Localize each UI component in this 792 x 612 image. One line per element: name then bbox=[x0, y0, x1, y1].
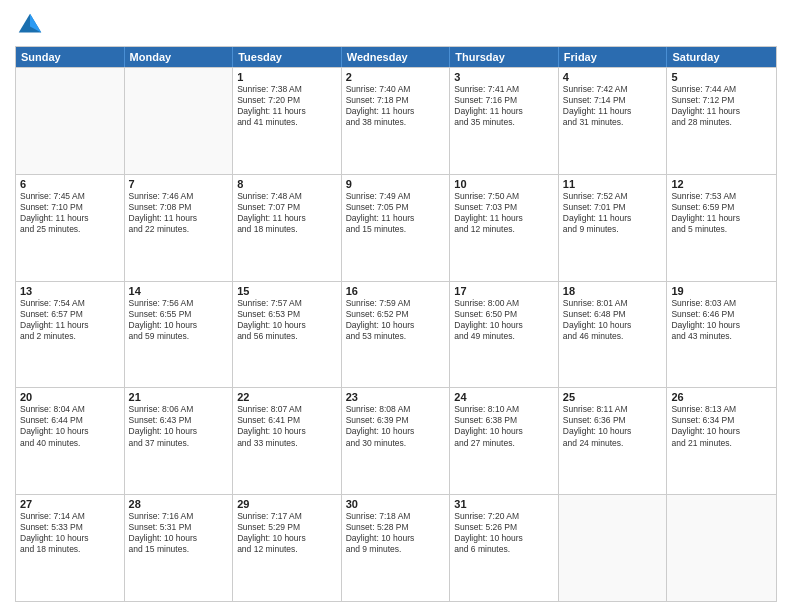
cell-line: Sunrise: 8:00 AM bbox=[454, 298, 554, 309]
cell-line: Sunset: 6:55 PM bbox=[129, 309, 229, 320]
day-number: 18 bbox=[563, 285, 663, 297]
day-number: 26 bbox=[671, 391, 772, 403]
day-number: 19 bbox=[671, 285, 772, 297]
cell-line: Daylight: 11 hours bbox=[346, 213, 446, 224]
cal-cell: 8Sunrise: 7:48 AMSunset: 7:07 PMDaylight… bbox=[233, 175, 342, 281]
cell-line: Sunrise: 8:08 AM bbox=[346, 404, 446, 415]
cal-cell bbox=[559, 495, 668, 601]
cell-line: Daylight: 10 hours bbox=[346, 320, 446, 331]
day-of-week-friday: Friday bbox=[559, 47, 668, 67]
cell-line: Sunrise: 7:48 AM bbox=[237, 191, 337, 202]
day-number: 12 bbox=[671, 178, 772, 190]
day-number: 25 bbox=[563, 391, 663, 403]
cell-line: and 46 minutes. bbox=[563, 331, 663, 342]
day-number: 8 bbox=[237, 178, 337, 190]
cell-line: Sunrise: 8:01 AM bbox=[563, 298, 663, 309]
cal-cell: 22Sunrise: 8:07 AMSunset: 6:41 PMDayligh… bbox=[233, 388, 342, 494]
cell-line: Sunrise: 7:53 AM bbox=[671, 191, 772, 202]
calendar-header: SundayMondayTuesdayWednesdayThursdayFrid… bbox=[16, 47, 776, 67]
calendar: SundayMondayTuesdayWednesdayThursdayFrid… bbox=[15, 46, 777, 602]
cell-line: Sunset: 5:29 PM bbox=[237, 522, 337, 533]
cell-line: Sunset: 7:14 PM bbox=[563, 95, 663, 106]
cal-cell: 11Sunrise: 7:52 AMSunset: 7:01 PMDayligh… bbox=[559, 175, 668, 281]
cell-line: Sunrise: 7:40 AM bbox=[346, 84, 446, 95]
cell-line: and 15 minutes. bbox=[346, 224, 446, 235]
calendar-body: 1Sunrise: 7:38 AMSunset: 7:20 PMDaylight… bbox=[16, 67, 776, 601]
day-of-week-thursday: Thursday bbox=[450, 47, 559, 67]
cell-line: and 9 minutes. bbox=[563, 224, 663, 235]
cell-line: Daylight: 10 hours bbox=[20, 533, 120, 544]
cell-line: Sunset: 6:44 PM bbox=[20, 415, 120, 426]
cell-line: and 49 minutes. bbox=[454, 331, 554, 342]
cell-line: Daylight: 11 hours bbox=[20, 320, 120, 331]
cal-cell: 2Sunrise: 7:40 AMSunset: 7:18 PMDaylight… bbox=[342, 68, 451, 174]
cell-line: Sunrise: 8:06 AM bbox=[129, 404, 229, 415]
cell-line: Sunrise: 7:41 AM bbox=[454, 84, 554, 95]
cell-line: Daylight: 10 hours bbox=[346, 533, 446, 544]
cell-line: Daylight: 10 hours bbox=[129, 426, 229, 437]
cell-line: Sunrise: 7:52 AM bbox=[563, 191, 663, 202]
cell-line: Sunset: 5:31 PM bbox=[129, 522, 229, 533]
cal-cell: 28Sunrise: 7:16 AMSunset: 5:31 PMDayligh… bbox=[125, 495, 234, 601]
cell-line: Sunset: 6:53 PM bbox=[237, 309, 337, 320]
cell-line: Sunrise: 8:10 AM bbox=[454, 404, 554, 415]
cell-line: and 2 minutes. bbox=[20, 331, 120, 342]
cal-cell: 14Sunrise: 7:56 AMSunset: 6:55 PMDayligh… bbox=[125, 282, 234, 388]
cal-cell: 27Sunrise: 7:14 AMSunset: 5:33 PMDayligh… bbox=[16, 495, 125, 601]
cell-line: Sunrise: 7:50 AM bbox=[454, 191, 554, 202]
cell-line: Daylight: 10 hours bbox=[346, 426, 446, 437]
cell-line: Daylight: 11 hours bbox=[563, 213, 663, 224]
cell-line: and 41 minutes. bbox=[237, 117, 337, 128]
day-number: 20 bbox=[20, 391, 120, 403]
cell-line: Sunset: 6:46 PM bbox=[671, 309, 772, 320]
cell-line: Sunrise: 7:57 AM bbox=[237, 298, 337, 309]
day-of-week-saturday: Saturday bbox=[667, 47, 776, 67]
cell-line: Daylight: 10 hours bbox=[454, 533, 554, 544]
cal-cell: 20Sunrise: 8:04 AMSunset: 6:44 PMDayligh… bbox=[16, 388, 125, 494]
cell-line: Daylight: 10 hours bbox=[563, 426, 663, 437]
cell-line: Daylight: 10 hours bbox=[129, 533, 229, 544]
cell-line: Daylight: 10 hours bbox=[454, 320, 554, 331]
cell-line: and 43 minutes. bbox=[671, 331, 772, 342]
cell-line: Daylight: 11 hours bbox=[20, 213, 120, 224]
cell-line: and 40 minutes. bbox=[20, 438, 120, 449]
cell-line: and 24 minutes. bbox=[563, 438, 663, 449]
cal-cell: 29Sunrise: 7:17 AMSunset: 5:29 PMDayligh… bbox=[233, 495, 342, 601]
cal-cell bbox=[667, 495, 776, 601]
cell-line: Sunset: 7:03 PM bbox=[454, 202, 554, 213]
cell-line: Daylight: 11 hours bbox=[129, 213, 229, 224]
day-number: 30 bbox=[346, 498, 446, 510]
cell-line: Daylight: 11 hours bbox=[454, 213, 554, 224]
cell-line: Sunrise: 7:18 AM bbox=[346, 511, 446, 522]
cell-line: Sunset: 7:18 PM bbox=[346, 95, 446, 106]
cal-cell: 24Sunrise: 8:10 AMSunset: 6:38 PMDayligh… bbox=[450, 388, 559, 494]
cell-line: Daylight: 10 hours bbox=[129, 320, 229, 331]
cell-line: and 12 minutes. bbox=[237, 544, 337, 555]
cell-line: Sunrise: 7:49 AM bbox=[346, 191, 446, 202]
cell-line: Daylight: 10 hours bbox=[237, 320, 337, 331]
cell-line: Sunset: 5:28 PM bbox=[346, 522, 446, 533]
cell-line: Sunset: 6:57 PM bbox=[20, 309, 120, 320]
day-number: 15 bbox=[237, 285, 337, 297]
cell-line: Daylight: 10 hours bbox=[237, 533, 337, 544]
cell-line: Sunrise: 7:20 AM bbox=[454, 511, 554, 522]
cal-cell: 19Sunrise: 8:03 AMSunset: 6:46 PMDayligh… bbox=[667, 282, 776, 388]
cell-line: and 31 minutes. bbox=[563, 117, 663, 128]
cell-line: Sunrise: 7:54 AM bbox=[20, 298, 120, 309]
day-number: 2 bbox=[346, 71, 446, 83]
cell-line: Daylight: 11 hours bbox=[563, 106, 663, 117]
cell-line: Sunrise: 8:03 AM bbox=[671, 298, 772, 309]
cell-line: Sunset: 7:10 PM bbox=[20, 202, 120, 213]
cal-cell: 4Sunrise: 7:42 AMSunset: 7:14 PMDaylight… bbox=[559, 68, 668, 174]
week-row-3: 13Sunrise: 7:54 AMSunset: 6:57 PMDayligh… bbox=[16, 281, 776, 388]
cal-cell: 1Sunrise: 7:38 AMSunset: 7:20 PMDaylight… bbox=[233, 68, 342, 174]
cal-cell: 5Sunrise: 7:44 AMSunset: 7:12 PMDaylight… bbox=[667, 68, 776, 174]
day-number: 1 bbox=[237, 71, 337, 83]
cal-cell: 9Sunrise: 7:49 AMSunset: 7:05 PMDaylight… bbox=[342, 175, 451, 281]
cell-line: Daylight: 11 hours bbox=[671, 106, 772, 117]
page: SundayMondayTuesdayWednesdayThursdayFrid… bbox=[0, 0, 792, 612]
cell-line: Daylight: 10 hours bbox=[237, 426, 337, 437]
cell-line: Sunrise: 8:11 AM bbox=[563, 404, 663, 415]
cell-line: Sunrise: 8:04 AM bbox=[20, 404, 120, 415]
cal-cell: 16Sunrise: 7:59 AMSunset: 6:52 PMDayligh… bbox=[342, 282, 451, 388]
